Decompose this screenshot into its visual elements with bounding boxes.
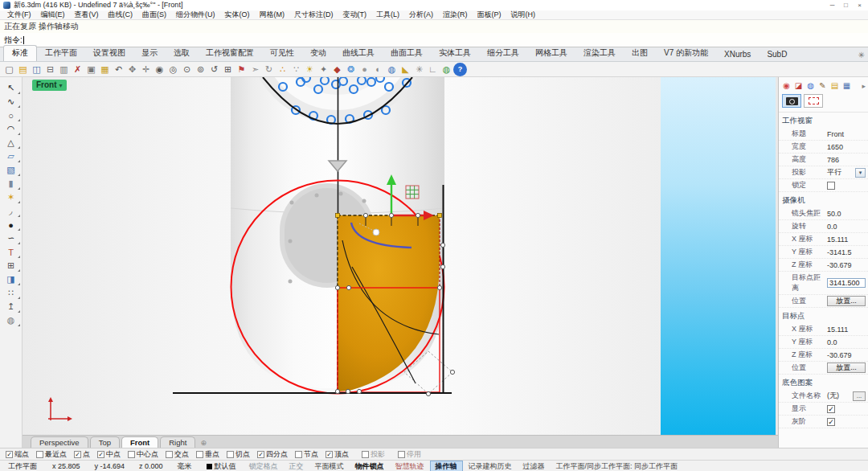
toolbar-tab-11[interactable]: 细分工具 (479, 46, 527, 61)
osnap-item-2[interactable]: ✓点 (74, 449, 90, 460)
menu-item-6[interactable]: 实体(O) (220, 10, 255, 20)
polyline-icon[interactable]: △ (2, 136, 20, 149)
panel-row-value[interactable]: 平行 (827, 167, 855, 178)
control-points-on-icon[interactable]: ∴ (276, 63, 289, 76)
viewport-tab-front[interactable]: Front (121, 436, 158, 448)
panel-row-value[interactable]: (无) (827, 391, 853, 401)
pan-view-icon[interactable]: ➣ (248, 63, 262, 76)
osnap-item-4[interactable]: 中心点 (128, 449, 158, 460)
menu-item-3[interactable]: 曲线(C) (104, 10, 138, 20)
sphere-gray-icon[interactable]: ● (358, 63, 371, 76)
viewport-layout-icon[interactable]: ⊞ (221, 63, 235, 76)
text-icon[interactable]: T (2, 245, 20, 259)
lamp-icon[interactable]: ☀ (303, 63, 317, 76)
save-icon[interactable]: ◫ (30, 63, 43, 76)
menu-item-8[interactable]: 尺寸标注(D) (289, 10, 338, 20)
osnap-item-0[interactable]: ✓端点 (6, 449, 29, 460)
osnap-item-1[interactable]: 最近点 (36, 449, 67, 460)
layers-panel-icon[interactable]: ◪ (793, 80, 804, 91)
cylinder-icon[interactable]: ▮ (2, 177, 20, 190)
open-file-icon[interactable]: ▤ (16, 63, 30, 76)
shaded-mode-icon[interactable]: ◆ (330, 63, 344, 76)
menu-item-9[interactable]: 变动(T) (338, 10, 372, 20)
panel-row-value[interactable]: 1650 (827, 143, 866, 151)
ruler-icon[interactable]: ◣ (399, 63, 412, 76)
toolbar-tab-14[interactable]: 出图 (624, 46, 656, 61)
paste-icon[interactable]: ▦ (98, 63, 112, 76)
gear-icon[interactable]: ✳ (858, 51, 865, 61)
undo-view-icon[interactable]: ↺ (207, 63, 221, 76)
osnap-checkbox[interactable]: ✓ (97, 451, 104, 458)
control-point-curve-icon[interactable]: ∿ (2, 95, 20, 109)
curve-tools-icon[interactable]: ∽ (2, 231, 20, 245)
panel-row-value[interactable]: Front (827, 130, 866, 138)
solid-edit-icon[interactable]: ◨ (2, 272, 20, 286)
gear-tools-icon[interactable]: ✳ (412, 63, 426, 76)
osnap-item-8[interactable]: ✓四分点 (257, 449, 288, 460)
zoom-dynamic-icon[interactable]: ◉ (153, 63, 166, 76)
panel-checkbox[interactable]: ✓ (827, 405, 835, 413)
dim-hook-icon[interactable]: ∟ (426, 63, 440, 76)
osnap-checkbox[interactable] (295, 451, 302, 458)
drop-icon[interactable]: ● (2, 218, 20, 231)
new-viewport-tab-icon[interactable]: ⊕ (200, 439, 207, 448)
menu-item-1[interactable]: 编辑(E) (36, 10, 70, 20)
menu-item-10[interactable]: 工具(L) (371, 10, 404, 20)
osnap-item-11[interactable]: 投影 (362, 449, 385, 460)
panel-checkbox[interactable]: ✓ (827, 418, 835, 426)
toolbar-tab-3[interactable]: 显示 (133, 46, 166, 61)
rotate-view-icon[interactable]: ↻ (262, 63, 276, 76)
panel-button[interactable]: 放置... (827, 296, 866, 306)
status-toggle-7[interactable]: 过滤器 (518, 461, 551, 471)
viewport-canvas[interactable] (23, 77, 778, 435)
sphere-dark-icon[interactable]: ◐ (371, 63, 385, 76)
maximize-button[interactable]: □ (839, 1, 853, 10)
panel-row-value[interactable]: -3141.5 (827, 248, 866, 256)
new-file-icon[interactable]: ▢ (2, 63, 16, 76)
block-icon[interactable]: ⊞ (2, 259, 20, 272)
arc-icon[interactable]: ◠ (2, 122, 20, 136)
rendering-panel-icon[interactable]: ▦ (841, 80, 852, 91)
move-icon[interactable]: ✛ (139, 63, 153, 76)
boolean-icon[interactable]: ✶ (2, 190, 20, 204)
properties-panel-icon[interactable]: ◉ (781, 80, 792, 91)
browse-button[interactable]: ... (853, 391, 866, 401)
help-icon[interactable]: ? (453, 63, 467, 76)
array-icon[interactable]: ∷ (2, 286, 20, 300)
named-view-icon[interactable]: ⚑ (235, 63, 248, 76)
minimize-button[interactable]: ─ (825, 1, 839, 10)
menu-item-7[interactable]: 网格(M) (255, 10, 290, 20)
osnap-checkbox[interactable] (362, 451, 369, 458)
toolbar-tab-10[interactable]: 实体工具 (431, 46, 479, 61)
earth-icon[interactable]: ◍ (440, 63, 453, 76)
notes-panel-icon[interactable]: ✎ (817, 80, 828, 91)
status-toggle-8[interactable]: 工作平面/同步工作平面: 同步工作平面 (551, 461, 684, 471)
osnap-checkbox[interactable]: ✓ (74, 451, 81, 458)
blue-gradient-surface[interactable] (661, 77, 776, 435)
toolbar-tab-0[interactable]: 标准 (3, 45, 37, 61)
osnap-item-6[interactable]: 垂点 (196, 449, 219, 460)
zoom-extents-icon[interactable]: ⊚ (194, 63, 207, 76)
copy-icon[interactable]: ▣ (84, 63, 98, 76)
zoom-window-icon[interactable]: ◎ (166, 63, 180, 76)
cplane-button[interactable]: 工作平面 (0, 461, 45, 471)
osnap-checkbox[interactable] (128, 451, 135, 458)
status-toggle-1[interactable]: 正交 (284, 461, 309, 471)
panel-overflow-icon[interactable]: ▸ (862, 82, 866, 90)
viewport-title-label[interactable]: Front▾ (32, 80, 67, 91)
osnap-item-12[interactable]: 停用 (398, 449, 421, 460)
toolbar-tab-17[interactable]: SubD (759, 48, 795, 61)
points-off-icon[interactable]: ∵ (289, 63, 303, 76)
viewport-tab-top[interactable]: Top (90, 436, 120, 448)
toolbar-tab-9[interactable]: 曲面工具 (383, 46, 431, 61)
box-icon[interactable]: ▧ (2, 163, 20, 177)
panel-row-value[interactable]: -30.679 (827, 261, 866, 269)
display-panel-icon[interactable]: ◍ (805, 80, 816, 91)
toolbar-tab-4[interactable]: 选取 (166, 46, 198, 61)
toolbar-tab-15[interactable]: V7 的新功能 (656, 46, 716, 61)
panel-row-value[interactable]: 0.0 (827, 223, 866, 231)
toolbar-tab-2[interactable]: 设置视图 (85, 46, 133, 61)
osnap-item-3[interactable]: ✓中点 (97, 449, 121, 460)
viewport-props-button[interactable] (804, 94, 823, 108)
screenshot-page-icon[interactable]: ▥ (57, 63, 71, 76)
